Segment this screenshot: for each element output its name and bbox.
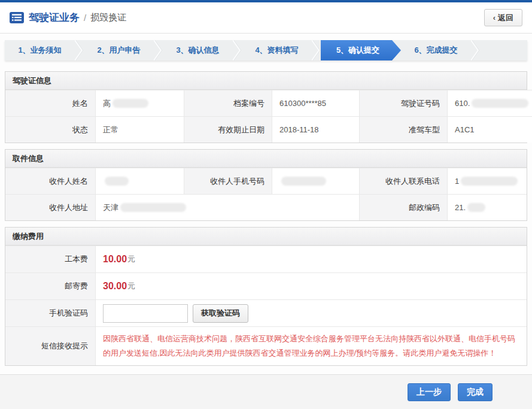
fees-table: 工本费 10.00 元 邮寄费 30.00 元 手机验证码 获取验证码 短信接收…	[5, 246, 527, 365]
zip-code-label: 邮政编码	[359, 194, 447, 220]
file-number-value: 610300****85	[272, 90, 359, 116]
license-form-icon	[10, 12, 24, 23]
step-5-confirm-submit-active[interactable]: 5、确认提交	[321, 40, 401, 60]
redacted-blur	[472, 99, 528, 108]
step-chevron-separator	[75, 40, 84, 60]
license-number-value: 610.	[447, 90, 532, 116]
previous-step-button[interactable]: 上一步	[408, 383, 451, 401]
sms-code-row: 获取验证码	[95, 299, 527, 326]
page-title: 驾驶证业务	[29, 11, 80, 25]
recipient-address-label: 收件人地址	[5, 194, 95, 220]
status-value: 正常	[95, 116, 184, 143]
step-chevron-separator	[233, 40, 242, 60]
recipient-mobile-value	[272, 168, 359, 194]
fees-section: 缴纳费用 工本费 10.00 元 邮寄费 30.00 元 手机验证码 获取验证码…	[5, 227, 527, 366]
postage-fee-amount: 30.00	[103, 281, 127, 292]
license-number-label: 驾驶证号码	[359, 90, 447, 116]
fees-section-title: 缴纳费用	[5, 228, 527, 246]
recipient-address-value: 天津	[95, 194, 359, 220]
vehicle-class-label: 准驾车型	[359, 116, 447, 143]
vehicle-class-value: A1C1	[447, 116, 532, 143]
production-fee-amount: 10.00	[103, 254, 127, 265]
sms-notice-text: 因陕西省联通、电信运营商技术问题，陕西省互联网交通安全综合服务管理平台无法向持陕…	[103, 327, 519, 365]
breadcrumb-current: 损毁换证	[90, 12, 126, 23]
pickup-info-section: 取件信息 收件人姓名 收件人手机号码 收件人联系电话 1 收件人地址 天津 邮政…	[5, 149, 527, 221]
pickup-table: 收件人姓名 收件人手机号码 收件人联系电话 1 收件人地址 天津 邮政编码 21…	[5, 168, 527, 220]
zip-code-value: 21.	[447, 194, 527, 220]
step-3-confirm-info[interactable]: 3、确认信息	[163, 40, 233, 60]
license-section-title: 驾驶证信息	[5, 72, 527, 90]
step-chevron-separator	[312, 40, 321, 60]
breadcrumb-separator: /	[84, 13, 86, 23]
production-fee-value: 10.00 元	[95, 246, 527, 272]
license-info-section: 驾驶证信息 姓名 高 档案编号 610300****85 驾驶证号码 610. …	[5, 71, 527, 143]
get-sms-code-button[interactable]: 获取验证码	[193, 304, 248, 323]
name-label: 姓名	[5, 90, 95, 116]
footer-action-bar: 上一步 完成	[0, 374, 532, 409]
redacted-blur	[461, 177, 518, 186]
recipient-mobile-label: 收件人手机号码	[184, 168, 272, 194]
step-2-declaration[interactable]: 2、用户申告	[84, 40, 154, 60]
sms-code-label: 手机验证码	[5, 299, 95, 326]
expiry-date-value: 2018-11-18	[272, 116, 359, 143]
recipient-phone-label: 收件人联系电话	[359, 168, 447, 194]
expiry-date-label: 有效期止日期	[184, 116, 272, 143]
redacted-blur	[105, 177, 129, 186]
recipient-name-label: 收件人姓名	[5, 168, 95, 194]
page-header: 驾驶证业务 / 损毁换证 ‹ 返回	[0, 2, 532, 34]
pickup-section-title: 取件信息	[5, 150, 527, 168]
back-button[interactable]: ‹ 返回	[484, 9, 522, 26]
status-label: 状态	[5, 116, 95, 143]
redacted-blur	[281, 177, 326, 186]
step-chevron-separator	[471, 40, 480, 60]
step-wizard: 1、业务须知 2、用户申告 3、确认信息 4、资料填写 5、确认提交 6、完成提…	[5, 40, 527, 60]
redacted-blur	[120, 203, 186, 212]
file-number-label: 档案编号	[184, 90, 272, 116]
postage-fee-unit: 元	[127, 281, 135, 292]
finish-button[interactable]: 完成	[458, 383, 493, 401]
production-fee-unit: 元	[127, 254, 135, 265]
postage-fee-value: 30.00 元	[95, 272, 527, 299]
postage-fee-label: 邮寄费	[5, 272, 95, 299]
step-4-fill-data[interactable]: 4、资料填写	[242, 40, 312, 60]
back-button-label: 返回	[498, 13, 513, 23]
sms-notice-cell: 因陕西省联通、电信运营商技术问题，陕西省互联网交通安全综合服务管理平台无法向持陕…	[95, 326, 527, 365]
step-chevron-separator	[154, 40, 163, 60]
sms-notice-label: 短信接收提示	[5, 326, 95, 365]
sms-code-input[interactable]	[103, 304, 188, 323]
name-value: 高	[95, 90, 184, 116]
recipient-name-value	[95, 168, 184, 194]
redacted-blur	[467, 203, 485, 212]
step-6-complete[interactable]: 6、完成提交	[401, 40, 471, 60]
step-1-notice[interactable]: 1、业务须知	[5, 40, 75, 60]
chevron-left-icon: ‹	[493, 13, 495, 22]
production-fee-label: 工本费	[5, 246, 95, 272]
step-bar-filler	[480, 40, 527, 60]
license-table: 姓名 高 档案编号 610300****85 驾驶证号码 610. 状态 正常 …	[5, 90, 527, 143]
redacted-blur	[113, 99, 148, 108]
recipient-phone-value: 1	[447, 168, 527, 194]
